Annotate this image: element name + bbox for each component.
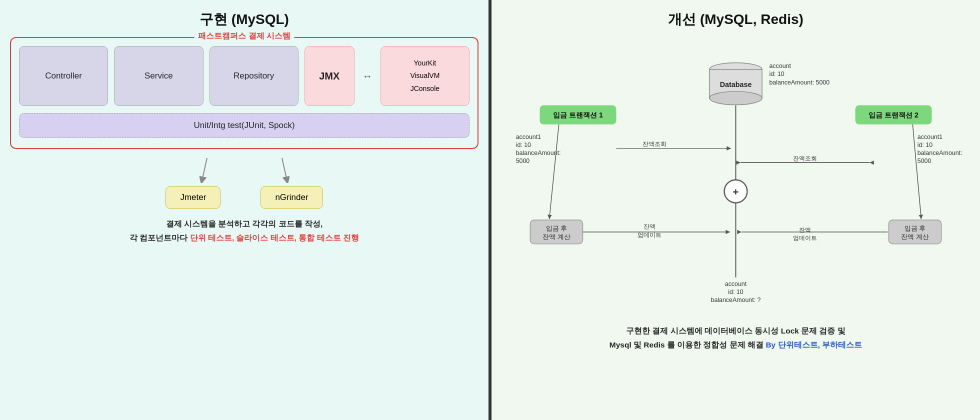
- acc-right-3: balanceAmount:: [918, 150, 962, 156]
- right-bottom-line1: 구현한 결제 시스템에 데이터베이스 동시성 Lock 문제 검증 및: [502, 324, 970, 338]
- label-tx1-query: 잔액조회: [642, 140, 666, 148]
- bottom-line2: 각 컴포넌트마다 단위 테스트, 슬라이스 테스트, 통합 테스트 진행: [10, 231, 478, 245]
- left-bottom-text: 결제 시스템을 분석하고 각각의 코드를 작성, 각 컴포넌트마다 단위 테스트…: [10, 217, 478, 245]
- right-panel: 개선 (MySQL, Redis) Database account id: 1…: [492, 0, 980, 420]
- payment-system-label: 패스트캠퍼스 결제 시스템: [194, 31, 294, 42]
- payment-system-box: 패스트캠퍼스 결제 시스템 Controller Service Reposit…: [10, 37, 478, 149]
- acc-right-1: account1: [918, 134, 942, 140]
- database-label: Database: [720, 80, 752, 88]
- balance-left-line1: 입금 후: [546, 224, 568, 232]
- svg-line-0: [202, 158, 207, 180]
- db-info-balance: balanceAmount: 5000: [769, 79, 830, 86]
- arrow-connector: ↔: [360, 46, 374, 106]
- jmeter-box: Jmeter: [166, 186, 220, 209]
- test-box: Unit/Intg test(JUnit, Spock): [19, 113, 470, 138]
- label-left-update-2: 업데이트: [638, 232, 662, 238]
- arrow-right-down: [274, 158, 290, 183]
- bottom-line2-highlight: 단위 테스트, 슬라이스 테스트, 통합 테스트 진행: [190, 234, 359, 242]
- label-tx2-query: 잔액조회: [793, 155, 817, 162]
- account-bottom-1: account: [725, 280, 747, 288]
- svg-line-1: [282, 158, 287, 180]
- left-panel: 구현 (MySQL) 패스트캠퍼스 결제 시스템 Controller Serv…: [0, 0, 492, 420]
- db-info-id: id: 10: [769, 70, 784, 78]
- right-bottom-highlight: By 단위테스트, 부하테스트: [766, 340, 862, 349]
- tx1-label: 입금 트랜잭션 1: [553, 111, 603, 119]
- acc-right-2: id: 10: [918, 142, 932, 148]
- bottom-line1: 결제 시스템을 분석하고 각각의 코드를 작성,: [10, 217, 478, 231]
- repository-box: Repository: [210, 46, 298, 106]
- jmx-box: JMX: [304, 46, 354, 106]
- acc-left-1: account1: [516, 134, 541, 140]
- acc-right-4: 5000: [918, 158, 932, 164]
- left-title: 구현 (MySQL): [10, 10, 478, 29]
- yourkit-box: YourKit VisualVM JConsole: [380, 46, 470, 106]
- acc-left-3: balanceAmount:: [516, 150, 561, 156]
- balance-right-line2: 잔액 계산: [901, 233, 929, 240]
- balance-left-line2: 잔액 계산: [542, 233, 570, 240]
- right-title: 개선 (MySQL, Redis): [502, 10, 970, 29]
- monitoring-label: YourKit VisualVM JConsole: [410, 57, 440, 95]
- balance-right-line1: 입금 후: [904, 224, 926, 232]
- account-bottom-2: id: 10: [728, 288, 743, 296]
- mvc-row: Controller Service Repository JMX ↔ Your…: [19, 46, 470, 106]
- plus-symbol: +: [732, 186, 738, 198]
- account-bottom-3: balanceAmount: ?: [710, 297, 760, 304]
- label-update-right-1: 잔액: [799, 226, 811, 234]
- svg-point-4: [710, 92, 762, 105]
- right-bottom-line2: Mysql 및 Redis 를 이용한 정합성 문제 해결 By 단위테스트, …: [502, 338, 970, 352]
- label-update-right-2: 업데이트: [793, 234, 817, 242]
- controller-box: Controller: [19, 46, 108, 106]
- tx2-label: 입금 트랜잭션 2: [868, 111, 918, 119]
- tools-container: Jmeter nGrinder: [10, 186, 478, 209]
- arrow-left-down: [200, 158, 214, 183]
- right-diagram: Database account id: 10 balanceAmount: 5…: [502, 37, 970, 317]
- db-info-account: account: [769, 62, 791, 70]
- acc-left-4: 5000: [516, 158, 530, 164]
- service-box: Service: [114, 46, 203, 106]
- arrow-tx1-to-balance: [550, 124, 559, 219]
- right-bottom-plain: Mysql 및 Redis 를 이용한 정합성 문제 해결: [610, 340, 766, 349]
- right-bottom-text: 구현한 결제 시스템에 데이터베이스 동시성 Lock 문제 검증 및 Mysq…: [502, 324, 970, 357]
- ngrinder-box: nGrinder: [260, 186, 322, 209]
- label-left-update-1: 잔액: [644, 223, 656, 230]
- arrow-area: [10, 158, 478, 183]
- acc-left-2: id: 10: [516, 142, 531, 148]
- bottom-line2-plain: 각 컴포넌트마다: [130, 234, 190, 242]
